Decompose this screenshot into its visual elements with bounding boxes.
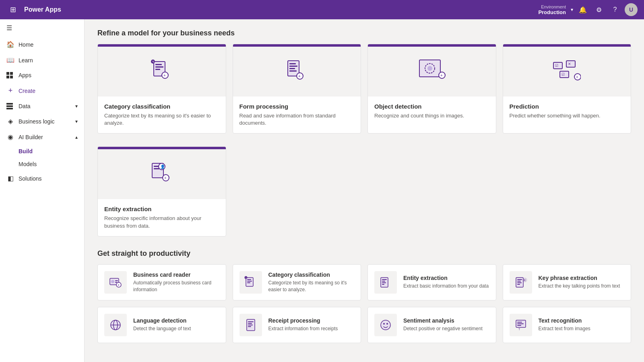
solutions-icon: ◧: [6, 175, 14, 182]
app-title: Power Apps: [24, 6, 533, 13]
prod-icon-box-sentiment: [374, 314, 397, 336]
prod-body-entity: Entity extraction Extract basic informat…: [403, 275, 489, 290]
card-form-processing-body: Form processing Read and save informatio…: [233, 97, 361, 133]
svg-rect-9: [155, 66, 163, 68]
sidebar-item-models[interactable]: Models: [19, 158, 84, 171]
prod-title-category: Category classification: [268, 272, 355, 278]
svg-text:☑: ☑: [555, 64, 558, 68]
sidebar-item-solutions[interactable]: ◧ Solutions: [0, 171, 84, 186]
sidebar-item-ai-builder[interactable]: ◉ AI Builder ▴: [0, 129, 84, 145]
prod-card-receipt-processing[interactable]: Receipt processing Extract information f…: [233, 307, 361, 343]
notifications-icon[interactable]: 🔔: [576, 3, 589, 16]
prod-desc-key-phrase: Extract the key talking points from text: [539, 283, 620, 290]
card-entity-extraction-refine-image: 👤 +: [98, 147, 226, 199]
waffle-icon[interactable]: ⊞: [6, 3, 19, 16]
sidebar-item-data[interactable]: Data ▾: [0, 99, 84, 113]
prod-card-key-phrase[interactable]: K Key phrase extraction Extract the key …: [503, 264, 632, 300]
svg-text:👤: 👤: [160, 164, 165, 169]
sidebar-item-create[interactable]: + Create: [0, 82, 84, 99]
sidebar-collapse-button[interactable]: ☰: [0, 19, 84, 37]
prod-card-business-card-reader[interactable]: + Business card reader Automatically pro…: [97, 264, 226, 300]
prod-body-sentiment: Sentiment analysis Detect positive or ne…: [403, 317, 483, 332]
prod-icon-box-key-phrase: K: [510, 271, 532, 294]
svg-text:K: K: [524, 279, 526, 282]
card-entity-extraction-refine[interactable]: 👤 + Entity extraction Recognize specific…: [97, 146, 226, 236]
svg-rect-37: [154, 168, 159, 169]
card-prediction[interactable]: ☑ ✕ ☑ + Prediction Predict whether somet…: [503, 44, 632, 134]
refine-section-title: Refine a model for your business needs: [97, 29, 631, 37]
svg-rect-61: [517, 281, 521, 282]
svg-rect-49: [247, 279, 251, 280]
card-category-classification[interactable]: ✎ + Category classification Categorize t…: [97, 44, 226, 134]
card-category-classification-desc: Categorize text by its meaning so it's e…: [104, 112, 219, 127]
settings-icon[interactable]: ⚙: [592, 3, 605, 16]
card-category-classification-title: Category classification: [104, 103, 219, 110]
card-entity-extraction-refine-title: Entity extraction: [104, 206, 219, 212]
svg-rect-63: [517, 284, 520, 285]
svg-text:+: +: [163, 73, 166, 78]
sidebar-item-build[interactable]: Build: [19, 145, 84, 158]
svg-text:+: +: [298, 74, 301, 78]
svg-rect-3: [10, 76, 13, 78]
svg-text:✕: ✕: [568, 62, 571, 66]
card-object-detection-desc: Recognize and count things in images.: [374, 112, 489, 119]
svg-point-24: [427, 66, 432, 71]
prod-card-text-recognition[interactable]: T Text recognition Extract text from ima…: [503, 307, 632, 343]
prod-body-receipt: Receipt processing Extract information f…: [268, 317, 338, 332]
sidebar-item-home[interactable]: 🏠 Home: [0, 37, 84, 52]
svg-rect-79: [517, 323, 524, 324]
sidebar: ☰ 🏠 Home 📖 Learn Apps + Create Data ▾: [0, 19, 85, 362]
prod-desc-language: Detect the language of text: [133, 325, 191, 332]
sidebar-item-home-label: Home: [19, 41, 33, 48]
prod-icon-box-entity: [374, 271, 397, 294]
prod-icon-box-language: [104, 314, 127, 336]
svg-rect-51: [247, 282, 250, 283]
card-object-detection-body: Object detection Recognize and count thi…: [368, 97, 496, 126]
svg-point-74: [381, 320, 390, 330]
sidebar-item-data-label: Data: [19, 103, 31, 109]
svg-rect-1: [10, 72, 13, 75]
card-prediction-body: Prediction Predict whether something wil…: [503, 97, 631, 126]
prod-desc-sentiment: Detect positive or negative sentiment: [403, 325, 483, 332]
card-object-detection[interactable]: + Object detection Recognize and count t…: [367, 44, 496, 134]
svg-rect-8: [155, 64, 162, 65]
data-icon: [6, 103, 14, 109]
svg-text:+: +: [440, 73, 443, 78]
prod-card-sentiment-analysis[interactable]: Sentiment analysis Detect positive or ne…: [367, 307, 496, 343]
svg-text:✎: ✎: [152, 60, 154, 63]
svg-rect-44: [115, 280, 118, 281]
prod-body-key-phrase: Key phrase extraction Extract the key ta…: [539, 275, 620, 290]
sidebar-item-models-label: Models: [19, 161, 37, 167]
prod-card-language-detection[interactable]: Language detection Detect the language o…: [97, 307, 226, 343]
sidebar-item-business-logic[interactable]: ◈ Business logic ▾: [0, 113, 84, 129]
svg-rect-71: [248, 323, 252, 324]
ai-builder-icon: ◉: [6, 133, 14, 141]
environment-selector[interactable]: Environment Production: [538, 4, 566, 15]
avatar[interactable]: U: [625, 3, 638, 16]
svg-text:T: T: [518, 328, 520, 331]
svg-rect-17: [289, 66, 297, 67]
svg-point-76: [386, 323, 388, 325]
prod-card-entity-extraction[interactable]: Entity extraction Extract basic informat…: [367, 264, 496, 300]
sidebar-item-apps[interactable]: Apps: [0, 68, 84, 82]
productivity-section-title: Get straight to productivity: [97, 249, 631, 258]
svg-rect-16: [289, 63, 296, 64]
prod-title-receipt: Receipt processing: [268, 317, 338, 324]
productivity-cards-row2: Language detection Detect the language o…: [97, 307, 631, 343]
prod-icon-box-text-recognition: T: [510, 314, 532, 336]
prod-card-category-classification[interactable]: ✎ Category classification Categorize tex…: [233, 264, 361, 300]
prod-icon-box-category: ✎: [239, 271, 262, 294]
svg-rect-62: [517, 282, 522, 283]
card-form-processing-desc: Read and save information from standard …: [239, 112, 355, 127]
svg-rect-19: [289, 70, 297, 72]
svg-rect-57: [382, 282, 386, 283]
help-icon[interactable]: ?: [609, 3, 621, 16]
card-form-processing[interactable]: + Form processing Read and save informat…: [233, 44, 361, 134]
svg-point-43: [111, 280, 114, 283]
svg-rect-2: [6, 76, 9, 78]
svg-rect-50: [247, 281, 252, 282]
environment-chevron-icon[interactable]: ▾: [571, 7, 573, 12]
sidebar-item-learn[interactable]: 📖 Learn: [0, 52, 84, 68]
prod-desc-entity: Extract basic information from your data: [403, 283, 489, 290]
svg-text:+: +: [576, 75, 578, 79]
